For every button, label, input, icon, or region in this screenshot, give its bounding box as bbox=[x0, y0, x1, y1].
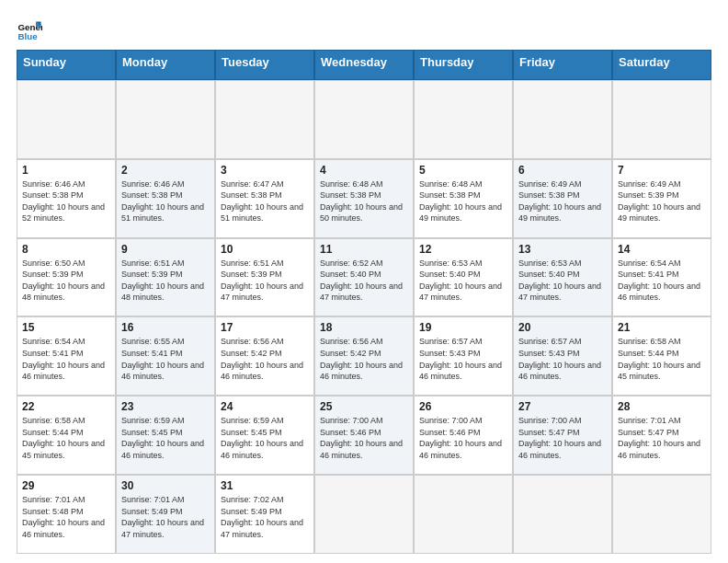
day-number: 19 bbox=[419, 321, 507, 334]
day-number: 30 bbox=[121, 479, 210, 492]
empty-cell bbox=[215, 80, 314, 159]
day-cell-1: 1 Sunrise: 6:46 AMSunset: 5:38 PMDayligh… bbox=[17, 159, 116, 238]
day-cell-14: 14 Sunrise: 6:54 AMSunset: 5:41 PMDaylig… bbox=[612, 238, 711, 317]
day-number: 25 bbox=[320, 400, 408, 413]
day-cell-8: 8 Sunrise: 6:50 AMSunset: 5:39 PMDayligh… bbox=[17, 238, 116, 317]
day-info: Sunrise: 6:57 AMSunset: 5:43 PMDaylight:… bbox=[518, 336, 607, 382]
day-info: Sunrise: 7:00 AMSunset: 5:46 PMDaylight:… bbox=[320, 415, 408, 461]
day-info: Sunrise: 6:54 AMSunset: 5:41 PMDaylight:… bbox=[618, 258, 706, 304]
day-number: 11 bbox=[320, 243, 408, 256]
calendar: SundayMondayTuesdayWednesdayThursdayFrid… bbox=[17, 50, 711, 554]
day-number: 29 bbox=[22, 479, 110, 492]
day-info: Sunrise: 6:48 AMSunset: 5:38 PMDaylight:… bbox=[320, 178, 408, 224]
day-info: Sunrise: 6:54 AMSunset: 5:41 PMDaylight:… bbox=[22, 336, 110, 382]
day-info: Sunrise: 6:50 AMSunset: 5:39 PMDaylight:… bbox=[22, 258, 110, 304]
day-number: 3 bbox=[221, 164, 309, 177]
day-cell-29: 29 Sunrise: 7:01 AMSunset: 5:48 PMDaylig… bbox=[17, 475, 116, 554]
day-info: Sunrise: 6:49 AMSunset: 5:39 PMDaylight:… bbox=[618, 178, 706, 224]
empty-cell bbox=[513, 80, 612, 159]
day-cell-3: 3 Sunrise: 6:47 AMSunset: 5:38 PMDayligh… bbox=[215, 159, 314, 238]
day-info: Sunrise: 6:59 AMSunset: 5:45 PMDaylight:… bbox=[121, 415, 210, 461]
day-info: Sunrise: 6:58 AMSunset: 5:44 PMDaylight:… bbox=[22, 415, 110, 461]
day-number: 1 bbox=[22, 164, 110, 177]
logo: General Blue bbox=[17, 17, 48, 42]
calendar-grid: SundayMondayTuesdayWednesdayThursdayFrid… bbox=[17, 50, 711, 554]
day-cell-16: 16 Sunrise: 6:55 AMSunset: 5:41 PMDaylig… bbox=[116, 316, 215, 396]
day-cell-15: 15 Sunrise: 6:54 AMSunset: 5:41 PMDaylig… bbox=[17, 316, 116, 396]
day-info: Sunrise: 6:46 AMSunset: 5:38 PMDaylight:… bbox=[22, 178, 110, 224]
day-cell-11: 11 Sunrise: 6:52 AMSunset: 5:40 PMDaylig… bbox=[314, 238, 414, 317]
day-cell-9: 9 Sunrise: 6:51 AMSunset: 5:39 PMDayligh… bbox=[116, 238, 215, 317]
day-header-tuesday: Tuesday bbox=[215, 50, 314, 80]
day-info: Sunrise: 6:51 AMSunset: 5:39 PMDaylight:… bbox=[121, 258, 210, 304]
day-cell-31: 31 Sunrise: 7:02 AMSunset: 5:49 PMDaylig… bbox=[215, 475, 314, 554]
day-info: Sunrise: 7:00 AMSunset: 5:47 PMDaylight:… bbox=[518, 415, 607, 461]
day-number: 8 bbox=[22, 243, 110, 256]
empty-cell bbox=[513, 475, 612, 554]
empty-cell bbox=[116, 80, 215, 159]
day-cell-2: 2 Sunrise: 6:46 AMSunset: 5:38 PMDayligh… bbox=[116, 159, 215, 238]
day-info: Sunrise: 6:52 AMSunset: 5:40 PMDaylight:… bbox=[320, 258, 408, 304]
day-number: 5 bbox=[419, 164, 507, 177]
day-cell-4: 4 Sunrise: 6:48 AMSunset: 5:38 PMDayligh… bbox=[314, 159, 414, 238]
day-number: 28 bbox=[618, 400, 706, 413]
day-number: 12 bbox=[419, 243, 507, 256]
day-cell-18: 18 Sunrise: 6:56 AMSunset: 5:42 PMDaylig… bbox=[314, 316, 414, 396]
day-info: Sunrise: 6:47 AMSunset: 5:38 PMDaylight:… bbox=[221, 178, 309, 224]
day-number: 13 bbox=[518, 243, 607, 256]
day-cell-19: 19 Sunrise: 6:57 AMSunset: 5:43 PMDaylig… bbox=[414, 316, 513, 396]
day-info: Sunrise: 7:01 AMSunset: 5:48 PMDaylight:… bbox=[22, 494, 110, 540]
day-cell-17: 17 Sunrise: 6:56 AMSunset: 5:42 PMDaylig… bbox=[215, 316, 314, 396]
day-cell-22: 22 Sunrise: 6:58 AMSunset: 5:44 PMDaylig… bbox=[17, 396, 116, 475]
day-cell-7: 7 Sunrise: 6:49 AMSunset: 5:39 PMDayligh… bbox=[612, 159, 711, 238]
day-cell-6: 6 Sunrise: 6:49 AMSunset: 5:38 PMDayligh… bbox=[513, 159, 612, 238]
day-cell-26: 26 Sunrise: 7:00 AMSunset: 5:46 PMDaylig… bbox=[414, 396, 513, 475]
day-info: Sunrise: 7:01 AMSunset: 5:49 PMDaylight:… bbox=[121, 494, 210, 540]
day-cell-21: 21 Sunrise: 6:58 AMSunset: 5:44 PMDaylig… bbox=[612, 316, 711, 396]
day-number: 26 bbox=[419, 400, 507, 413]
empty-cell bbox=[314, 80, 414, 159]
day-number: 22 bbox=[22, 400, 110, 413]
day-cell-23: 23 Sunrise: 6:59 AMSunset: 5:45 PMDaylig… bbox=[116, 396, 215, 475]
day-cell-20: 20 Sunrise: 6:57 AMSunset: 5:43 PMDaylig… bbox=[513, 316, 612, 396]
day-number: 2 bbox=[121, 164, 210, 177]
day-number: 31 bbox=[221, 479, 309, 492]
day-number: 23 bbox=[121, 400, 210, 413]
day-info: Sunrise: 6:53 AMSunset: 5:40 PMDaylight:… bbox=[419, 258, 507, 304]
day-cell-5: 5 Sunrise: 6:48 AMSunset: 5:38 PMDayligh… bbox=[414, 159, 513, 238]
day-cell-28: 28 Sunrise: 7:01 AMSunset: 5:47 PMDaylig… bbox=[612, 396, 711, 475]
day-cell-25: 25 Sunrise: 7:00 AMSunset: 5:46 PMDaylig… bbox=[314, 396, 414, 475]
day-cell-27: 27 Sunrise: 7:00 AMSunset: 5:47 PMDaylig… bbox=[513, 396, 612, 475]
day-number: 16 bbox=[121, 321, 210, 334]
day-info: Sunrise: 6:57 AMSunset: 5:43 PMDaylight:… bbox=[419, 336, 507, 382]
day-number: 14 bbox=[618, 243, 706, 256]
day-info: Sunrise: 6:46 AMSunset: 5:38 PMDaylight:… bbox=[121, 178, 210, 224]
day-header-wednesday: Wednesday bbox=[314, 50, 414, 80]
day-header-sunday: Sunday bbox=[17, 50, 116, 80]
day-number: 21 bbox=[618, 321, 706, 334]
day-number: 27 bbox=[518, 400, 607, 413]
day-number: 6 bbox=[518, 164, 607, 177]
day-number: 9 bbox=[121, 243, 210, 256]
day-header-saturday: Saturday bbox=[612, 50, 711, 80]
day-info: Sunrise: 6:56 AMSunset: 5:42 PMDaylight:… bbox=[221, 336, 309, 382]
day-info: Sunrise: 7:00 AMSunset: 5:46 PMDaylight:… bbox=[419, 415, 507, 461]
empty-cell bbox=[17, 80, 116, 159]
empty-cell bbox=[414, 80, 513, 159]
empty-cell bbox=[314, 475, 414, 554]
day-cell-30: 30 Sunrise: 7:01 AMSunset: 5:49 PMDaylig… bbox=[116, 475, 215, 554]
day-info: Sunrise: 6:55 AMSunset: 5:41 PMDaylight:… bbox=[121, 336, 210, 382]
day-info: Sunrise: 6:59 AMSunset: 5:45 PMDaylight:… bbox=[221, 415, 309, 461]
day-number: 20 bbox=[518, 321, 607, 334]
day-cell-13: 13 Sunrise: 6:53 AMSunset: 5:40 PMDaylig… bbox=[513, 238, 612, 317]
svg-text:Blue: Blue bbox=[17, 31, 38, 41]
empty-cell bbox=[414, 475, 513, 554]
day-number: 15 bbox=[22, 321, 110, 334]
logo-icon: General Blue bbox=[17, 17, 42, 42]
day-number: 17 bbox=[221, 321, 309, 334]
day-info: Sunrise: 6:49 AMSunset: 5:38 PMDaylight:… bbox=[518, 178, 607, 224]
day-number: 18 bbox=[320, 321, 408, 334]
day-info: Sunrise: 7:01 AMSunset: 5:47 PMDaylight:… bbox=[618, 415, 706, 461]
day-number: 7 bbox=[618, 164, 706, 177]
day-info: Sunrise: 6:58 AMSunset: 5:44 PMDaylight:… bbox=[618, 336, 706, 382]
